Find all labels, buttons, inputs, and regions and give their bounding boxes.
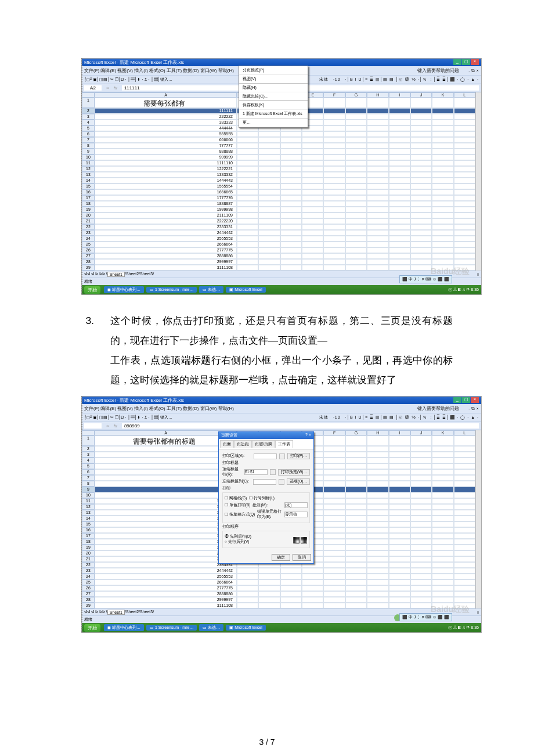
menu-format[interactable]: 格式(O) (149, 68, 165, 73)
menu-insert[interactable]: 插入(I) (134, 68, 148, 73)
row-20[interactable]: 202111109 (82, 213, 475, 218)
dialog-title: 页面设置 (221, 433, 237, 438)
row-11[interactable]: 111111110 (82, 160, 475, 166)
input-print-area[interactable] (254, 453, 277, 459)
row-15[interactable]: 151555554 (82, 183, 475, 189)
menu-item-more[interactable]: 更… (239, 118, 308, 127)
row-23[interactable]: 232444442 (82, 230, 475, 236)
vertical-scrollbar[interactable] (475, 92, 481, 271)
row-27[interactable]: 272888886 (82, 253, 475, 259)
menu-item-hide-compare[interactable]: 隐藏比较(C)… (239, 92, 308, 101)
taskbar-item-2[interactable]: ▭ 1 Screensum - mre… (146, 287, 197, 293)
refedit-icon[interactable] (270, 469, 276, 475)
window-context-menu[interactable]: 分页预览(P) 视图(V) 隐藏(H) 隐藏比较(C)… 保存模板(K) 1 新… (239, 66, 308, 128)
row-25[interactable]: 252666664 (82, 579, 475, 585)
row-8[interactable]: 8777777 (82, 143, 475, 149)
ok-button[interactable]: 确定 (272, 554, 290, 561)
btn-preview[interactable]: 打印预览(W)… (278, 469, 310, 476)
row-16[interactable]: 161666665 (82, 189, 475, 195)
toolbar-2[interactable]: ┊◻╝▣│◫▤│✂ ❐│Ω・│▤│⬇・Σ・│▦│键入… 宋体 ·10 ·│B I… (82, 413, 481, 422)
menu-item-view[interactable]: 视图(V) (239, 75, 308, 84)
label-top-row: 顶端标题行(R): (222, 467, 242, 477)
row-26[interactable]: 262777775 (82, 247, 475, 253)
tab-sheet2[interactable]: Sheet2 (126, 272, 139, 277)
row-26[interactable]: 262777775 (82, 585, 475, 591)
watermark: Baidu经验 (431, 267, 470, 277)
row-6[interactable]: 6555555 (82, 131, 475, 137)
taskbar-item-3[interactable]: ▭ 未选… (199, 286, 223, 293)
tab-sheet3[interactable]: Sheet3 (140, 272, 153, 277)
menu-item-hide[interactable]: 隐藏(H) (239, 84, 308, 92)
vertical-scrollbar-2[interactable] (475, 430, 481, 609)
radio-down-over[interactable]: 先列后行(D) (225, 534, 251, 539)
tab-sheet[interactable]: 工作表 (275, 440, 293, 448)
fx-icon[interactable] (106, 85, 117, 91)
row-27[interactable]: 272888886 (82, 591, 475, 597)
taskbar-item-1[interactable]: ◼ 标题中心表列… (104, 286, 144, 293)
dialog-tabs[interactable]: 页面 页边距 页眉/页脚 工作表 (219, 439, 313, 449)
chk-rowcol-headers[interactable]: 行号列标(L) (249, 496, 275, 501)
cancel-button[interactable]: 取消 (293, 554, 311, 561)
row-25[interactable]: 252666664 (82, 242, 475, 247)
refedit-icon[interactable] (279, 453, 285, 459)
menu-bar-2[interactable]: 文件(F) 编辑(E) 视图(V) 插入(I) 格式(O) 工具(T) 数据(D… (82, 404, 481, 413)
title-cell[interactable]: 需要每张都有 (95, 98, 237, 108)
dialog-close-icon[interactable]: ? × (305, 433, 311, 438)
menu-item-save-template[interactable]: 保存模板(K) (239, 101, 308, 110)
select-comments[interactable]: (无) (284, 502, 308, 508)
start-button[interactable]: 开始 (84, 286, 100, 294)
tab-page[interactable]: 页面 (220, 440, 234, 448)
row-29[interactable]: 293111108 (82, 265, 475, 271)
row-12[interactable]: 121222221 (82, 166, 475, 172)
menu-data[interactable]: 数据(D) (183, 68, 199, 73)
row-10[interactable]: 10999999 (82, 154, 475, 160)
name-box[interactable]: A2 (84, 85, 102, 91)
page-setup-dialog[interactable]: 页面设置 ? × 页面 页边距 页眉/页脚 工作表 打印区域(A): 打印(P)… (218, 431, 314, 564)
input-left-col[interactable] (253, 479, 276, 485)
menu-item-recent-file[interactable]: 1 新建 Microsoft Excel 工作表.xls (239, 110, 308, 118)
menu-file[interactable]: 文件(F) (84, 68, 99, 73)
system-tray[interactable]: ㋡ ⧊ ◧ ♫ ◔ 8:36 (448, 287, 479, 293)
chk-blackwhite[interactable]: 单色打印(B) (225, 503, 250, 508)
label-print-area: 打印区域(A): (222, 453, 251, 459)
chk-draft[interactable]: 按草稿方式(Q) (225, 512, 255, 517)
row-9[interactable]: 9888888 (82, 149, 475, 154)
select-errors[interactable]: 显示值 (284, 512, 308, 517)
formula-bar-2[interactable]: 898989 (82, 422, 481, 430)
menu-view[interactable]: 视图(V) (117, 68, 133, 73)
row-13[interactable]: 131333332 (82, 172, 475, 178)
row-17[interactable]: 171777776 (82, 195, 475, 201)
title-cell-2[interactable]: 需要每张都有的标题 (95, 435, 237, 446)
input-top-row[interactable]: $1:$1 (244, 469, 268, 475)
row-22[interactable]: 222333331 (82, 224, 475, 230)
radio-over-down[interactable]: 先行后列(V) (225, 539, 251, 545)
row-14[interactable]: 141444443 (82, 178, 475, 183)
menu-help[interactable]: 帮助(H) (218, 68, 234, 73)
help-search-hint[interactable]: 键入需要帮助的问题 (417, 68, 459, 73)
btn-options[interactable]: 选项(O)… (287, 478, 310, 485)
row-24[interactable]: 242555553 (82, 574, 475, 579)
toolbar-formatting[interactable]: 宋体 ·10 ·│B I U│≡ ≣ ▥│▤ ▤ │◱ 吸 % ·│％ ：│≣ … (282, 77, 479, 82)
menu-edit[interactable]: 编辑(E) (100, 68, 116, 73)
row-19[interactable]: 191999998 (82, 207, 475, 213)
row-18[interactable]: 181888887 (82, 201, 475, 207)
window-controls[interactable]: _▢× (453, 59, 479, 66)
menu-tools[interactable]: 工具(T) (167, 68, 182, 73)
chk-gridlines[interactable]: 网格线(G) (225, 496, 247, 501)
tab-headerfooter[interactable]: 页眉/页脚 (252, 440, 275, 448)
taskbar-item-4[interactable]: ▣ Microsoft Excel (226, 287, 265, 293)
tab-sheet1[interactable]: Sheet1 (107, 272, 125, 277)
menu-window[interactable]: 窗口(W) (200, 68, 217, 73)
row-7[interactable]: 7666666 (82, 137, 475, 143)
row-28[interactable]: 282999997 (82, 597, 475, 603)
row-24[interactable]: 242555553 (82, 236, 475, 242)
btn-print[interactable]: 打印(P)… (287, 453, 310, 459)
tab-margins[interactable]: 页边距 (234, 440, 252, 448)
refedit-icon[interactable] (279, 479, 284, 485)
taskbar[interactable]: 开始 ◼ 标题中心表列… ▭ 1 Screensum - mre… ▭ 未选… … (82, 285, 481, 294)
row-29[interactable]: 293111108 (82, 603, 475, 609)
menu-item-pagebreak-preview[interactable]: 分页预览(P) (239, 66, 308, 75)
row-23[interactable]: 232444442 (82, 568, 475, 574)
row-28[interactable]: 282999997 (82, 259, 475, 265)
row-21[interactable]: 212222220 (82, 218, 475, 224)
